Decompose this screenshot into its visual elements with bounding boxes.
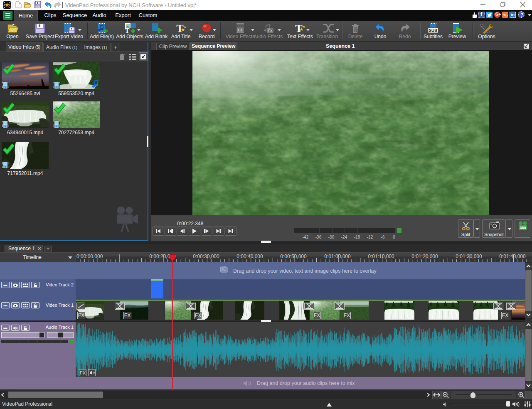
svg-text:FX: FX	[268, 29, 273, 33]
svg-text:T: T	[125, 27, 130, 34]
svg-text:FX: FX	[238, 28, 243, 32]
svg-text:SUB: SUB	[429, 28, 437, 33]
svg-text:T: T	[176, 23, 183, 34]
svg-text:360: 360	[520, 226, 526, 230]
